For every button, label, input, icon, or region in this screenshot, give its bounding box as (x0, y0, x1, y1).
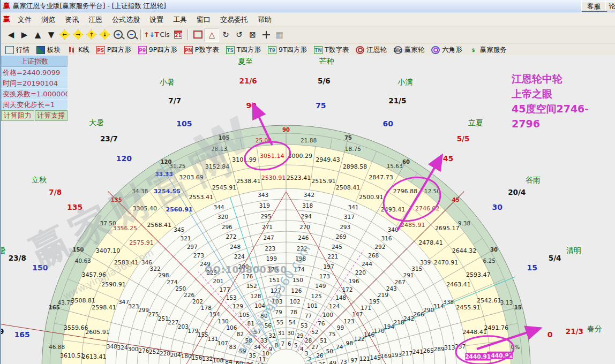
svg-text:2470.91: 2470.91 (434, 259, 459, 266)
rotate-ccw-icon[interactable]: ↺ (232, 28, 246, 41)
tool-六角形[interactable]: 六角形 (431, 46, 462, 55)
nav-left-icon[interactable]: ◀ (4, 28, 18, 41)
svg-text:218: 218 (394, 319, 404, 325)
svg-text:75: 75 (316, 101, 326, 110)
svg-text:7/8: 7/8 (49, 188, 62, 196)
svg-text:2796.88: 2796.88 (393, 188, 417, 195)
svg-text:224: 224 (234, 253, 245, 260)
svg-text:105: 105 (239, 312, 250, 318)
tool-9T四方形[interactable]: T99T四方形 (268, 46, 307, 55)
svg-text:处暑: 处暑 (1, 246, 6, 255)
calendar-icon[interactable]: 21 (171, 28, 185, 41)
menu-3[interactable]: 资讯 (60, 14, 84, 25)
nav-right-icon[interactable]: ▶ (18, 28, 31, 41)
menu-10[interactable]: 帮助 (253, 14, 276, 25)
tool-T四方形[interactable]: TST四方形 (226, 46, 261, 55)
menu-8[interactable]: 窗口 (192, 14, 215, 25)
tool-行情[interactable]: 行情 (5, 46, 29, 55)
tool-9P四方形[interactable]: P99P四方形 (138, 46, 177, 55)
svg-text:21.88: 21.88 (301, 137, 317, 143)
svg-text:149: 149 (315, 283, 326, 289)
tool-label: 赢家服务 (480, 46, 507, 55)
svg-text:2448.41: 2448.41 (462, 329, 487, 336)
svg-text:夏至: 夏至 (238, 57, 253, 65)
tool-label: K线 (78, 46, 89, 55)
application-window: 赢 赢家江恩专业版[赢家服务平台] - [上证指数 江恩轮] 客服 论 赢 文件… (0, 0, 615, 364)
svg-text:84: 84 (225, 359, 232, 364)
svg-text:芒种: 芒种 (319, 57, 334, 65)
menu-2[interactable]: 浏览 (36, 14, 60, 25)
svg-text:324: 324 (117, 344, 128, 351)
tn-icon: TN (314, 46, 322, 54)
pan-up-icon[interactable]: ↑ (85, 28, 98, 41)
forum-button-partial[interactable]: 论 (605, 1, 615, 11)
menu-4[interactable]: 江恩 (84, 14, 107, 25)
nav-down-icon[interactable]: ▼ (44, 28, 58, 41)
menu-9[interactable]: 交易委托 (215, 14, 253, 25)
board-icon[interactable]: ▦ (273, 28, 286, 41)
svg-text:26: 26 (316, 352, 324, 359)
tool-板块[interactable]: 板块 (36, 46, 61, 55)
nav-up-icon[interactable]: ▲ (31, 28, 44, 41)
menu-1[interactable]: 文件 (13, 14, 36, 25)
pan-down-icon[interactable]: ↓ (98, 28, 111, 41)
svg-text:2: 2 (308, 356, 312, 362)
svg-text:344: 344 (213, 204, 224, 210)
tool-label: 行情 (16, 46, 29, 55)
svg-text:5/5: 5/5 (457, 134, 470, 143)
menu-6[interactable]: 设置 (145, 14, 168, 25)
svg-text:313: 313 (444, 344, 455, 351)
svg-text:60: 60 (382, 119, 393, 128)
menu-5[interactable]: 公式选股 (107, 14, 145, 25)
svg-text:250: 250 (175, 285, 186, 292)
delete-box-icon[interactable]: ⊠ (246, 28, 259, 41)
calc-support-button[interactable]: 计算支撑 (35, 110, 68, 121)
svg-text:246: 246 (298, 234, 309, 241)
svg-text:317: 317 (344, 214, 355, 220)
svg-text:25: 25 (319, 361, 326, 364)
svg-text:248: 248 (230, 244, 241, 250)
svg-text:30: 30 (490, 247, 498, 253)
t-updown-icon[interactable]: ↑↓T (145, 28, 158, 41)
pan-right-icon[interactable]: → (71, 28, 85, 41)
svg-text:3000.29: 3000.29 (288, 153, 312, 160)
customer-service-button[interactable]: 客服 (581, 1, 606, 11)
svg-text:247: 247 (264, 234, 274, 241)
tool-P数字表[interactable]: PNP数字表 (184, 46, 219, 55)
svg-text:15: 15 (527, 263, 537, 272)
svg-text:273: 273 (193, 252, 204, 259)
cls-button[interactable]: Cls (158, 28, 171, 41)
svg-text:221: 221 (327, 253, 338, 260)
pan-left-icon[interactable]: ← (58, 28, 71, 41)
fit-view-icon[interactable] (259, 28, 273, 41)
svg-text:谷雨: 谷雨 (526, 176, 541, 184)
tool-K线[interactable]: K线 (68, 46, 89, 55)
tool-T数字表[interactable]: TNT数字表 (314, 46, 349, 55)
tool-label: T数字表 (325, 46, 349, 55)
zoom-out-icon[interactable]: − (125, 28, 138, 41)
svg-text:31: 31 (278, 330, 284, 336)
svg-text:268: 268 (368, 252, 379, 259)
tool-赢家服务[interactable]: $赢家服务 (469, 46, 507, 55)
tool-江恩轮[interactable]: 江恩轮 (356, 46, 387, 55)
svg-text:3051.14: 3051.14 (260, 153, 284, 160)
rotate-cw-icon[interactable]: ↻ (219, 28, 232, 41)
tool-赢家轮[interactable]: Big赢家轮 (394, 46, 425, 55)
svg-text:340: 340 (388, 226, 399, 233)
calc-resistance-button[interactable]: 计算阻力 (1, 110, 34, 121)
svg-text:156: 156 (191, 354, 202, 361)
draw-rect-icon[interactable] (191, 28, 205, 41)
svg-text:春分: 春分 (587, 324, 602, 333)
svg-text:75: 75 (328, 331, 335, 337)
gann-wheel-chart[interactable]: 1234567891011122526272829303132333435364… (1, 55, 615, 364)
tool-P四方形[interactable]: PSP四方形 (96, 46, 131, 55)
svg-text:7: 7 (281, 340, 284, 347)
svg-text:245: 245 (332, 244, 342, 250)
zoom-in-icon[interactable]: + (111, 28, 125, 41)
annotation-line-1: 江恩轮中轮 (512, 71, 615, 86)
p9-icon: P9 (138, 46, 147, 54)
draw-triangle-icon[interactable]: △ (205, 28, 219, 42)
svg-text:2605.91: 2605.91 (85, 329, 110, 336)
quote-grid-icon (5, 46, 14, 54)
menu-7[interactable]: 工具 (168, 14, 192, 25)
